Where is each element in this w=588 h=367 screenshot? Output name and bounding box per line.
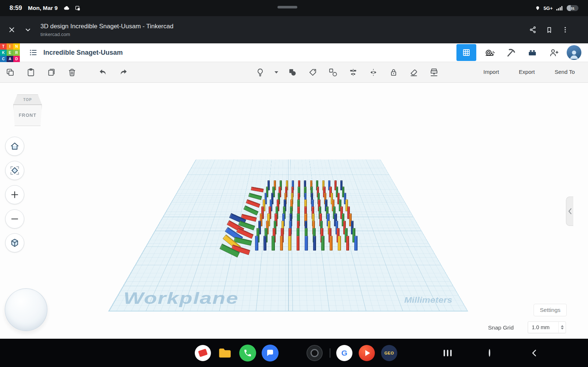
- redo-icon: [119, 68, 128, 77]
- page-url: tinkercad.com: [40, 32, 173, 37]
- mirror-button[interactable]: [367, 65, 380, 80]
- back-button[interactable]: [530, 348, 539, 358]
- add-collaborator-button[interactable]: [545, 44, 562, 61]
- domino[interactable]: [288, 236, 291, 251]
- avatar[interactable]: [567, 45, 581, 60]
- logo-letter: R: [13, 50, 20, 56]
- dock-app-geo[interactable]: GEO: [381, 345, 397, 361]
- copy-icon: [6, 68, 15, 77]
- dock-app-red[interactable]: [195, 345, 211, 361]
- expand-chevron-button[interactable]: [20, 22, 36, 38]
- plus-icon: [10, 190, 19, 199]
- recents-button[interactable]: [444, 350, 452, 356]
- logo-letter: D: [13, 56, 20, 62]
- snap-grid-toggle-button[interactable]: [456, 44, 476, 61]
- tinkercad-logo[interactable]: TINKERCAD: [0, 43, 20, 62]
- snap-grid-select[interactable]: 1.0 mm: [528, 321, 566, 333]
- printer-icon: [429, 68, 439, 77]
- view-cube[interactable]: TOP FRONT: [13, 93, 42, 128]
- print-button[interactable]: [427, 65, 441, 80]
- domino-fallen[interactable]: [243, 206, 258, 216]
- browser-custom-tab-bar: 3D design Incredible Snaget-Uusam - Tink…: [0, 16, 588, 43]
- overflow-menu-button[interactable]: [557, 22, 573, 38]
- lock-button[interactable]: [387, 65, 400, 80]
- date[interactable]: Mon, Mar 9: [28, 5, 58, 11]
- domino[interactable]: [280, 236, 283, 251]
- show-all-dropdown-caret[interactable]: [274, 71, 279, 73]
- domino[interactable]: [305, 236, 308, 251]
- domino[interactable]: [255, 236, 258, 251]
- panel-toggle-tab[interactable]: [566, 197, 573, 226]
- trash-icon: [67, 68, 77, 77]
- signal-icon: [556, 5, 563, 11]
- domino[interactable]: [354, 236, 358, 251]
- logo-letter: C: [0, 56, 7, 62]
- domino[interactable]: [330, 236, 333, 251]
- red-card-icon: [198, 349, 208, 357]
- paste-button[interactable]: [24, 65, 37, 80]
- import-button[interactable]: Import: [475, 65, 507, 78]
- domino[interactable]: [313, 236, 316, 251]
- eraser-button[interactable]: [407, 65, 420, 80]
- share-button[interactable]: [525, 22, 541, 38]
- logo-letter: I: [7, 43, 13, 50]
- cube-icon: [10, 238, 20, 248]
- ungroup-button[interactable]: [326, 65, 340, 80]
- redo-button[interactable]: [117, 65, 130, 80]
- close-tab-button[interactable]: [4, 22, 20, 38]
- dock-app-messages[interactable]: [262, 345, 279, 361]
- ungroup-icon: [328, 68, 338, 77]
- logo-letter: A: [7, 56, 13, 62]
- perspective-toggle-button[interactable]: [5, 233, 24, 252]
- show-all-button[interactable]: [254, 65, 267, 80]
- zoom-in-button[interactable]: [5, 185, 24, 204]
- lego-brick-button[interactable]: [524, 44, 540, 61]
- dock-app-phone[interactable]: [239, 345, 256, 361]
- bookmark-button[interactable]: [541, 22, 557, 38]
- viewcube-front-face[interactable]: FRONT: [13, 105, 42, 126]
- dock-app-google[interactable]: G: [336, 345, 352, 361]
- android-taskbar: G GEO: [0, 339, 588, 367]
- domino[interactable]: [272, 236, 275, 251]
- undo-button[interactable]: [96, 65, 110, 80]
- domino[interactable]: [321, 236, 325, 251]
- simlab-snail-button[interactable]: [481, 44, 498, 61]
- caret-down-icon: [275, 71, 278, 73]
- home-view-button[interactable]: [5, 137, 24, 156]
- duplicate-button[interactable]: [45, 65, 58, 80]
- domino-fallen[interactable]: [251, 187, 263, 193]
- fit-view-icon: [10, 165, 20, 176]
- domino-fallen[interactable]: [248, 193, 262, 200]
- settings-button[interactable]: Settings: [534, 304, 567, 316]
- 3d-viewport[interactable]: Workplane Millimeters TOP FRONT Settings…: [0, 83, 588, 339]
- viewcube-top-face[interactable]: TOP: [13, 94, 42, 105]
- top-drag-handle[interactable]: [277, 6, 297, 8]
- chat-bubble-icon: [266, 349, 275, 357]
- tag-button[interactable]: [306, 65, 319, 80]
- domino[interactable]: [346, 236, 349, 251]
- dock-app-camera[interactable]: [306, 345, 323, 361]
- design-name[interactable]: Incredible Snaget-Uusam: [43, 49, 123, 57]
- phone-icon: [243, 349, 252, 357]
- logo-letter: E: [7, 50, 13, 56]
- align-button[interactable]: [347, 65, 360, 80]
- copy-button[interactable]: [4, 65, 17, 80]
- fit-view-button[interactable]: [5, 161, 24, 180]
- delete-button[interactable]: [65, 65, 79, 80]
- floating-nav-ball[interactable]: [5, 288, 47, 331]
- group-button[interactable]: [286, 65, 299, 80]
- domino[interactable]: [338, 236, 341, 251]
- home-button[interactable]: [489, 350, 490, 356]
- zoom-out-button[interactable]: [5, 209, 24, 229]
- export-button[interactable]: Export: [511, 65, 543, 78]
- minecraft-pickaxe-button[interactable]: [503, 44, 519, 61]
- domino[interactable]: [263, 236, 267, 251]
- dock-app-files[interactable]: [217, 345, 233, 361]
- dock-app-video[interactable]: [359, 345, 375, 361]
- cloud-icon: [64, 5, 70, 11]
- domino[interactable]: [297, 236, 300, 251]
- design-menu-button[interactable]: [25, 44, 41, 61]
- send-to-button[interactable]: Send To: [546, 65, 583, 78]
- back-chevron-icon: [530, 348, 539, 358]
- clock[interactable]: 8:59: [10, 4, 22, 12]
